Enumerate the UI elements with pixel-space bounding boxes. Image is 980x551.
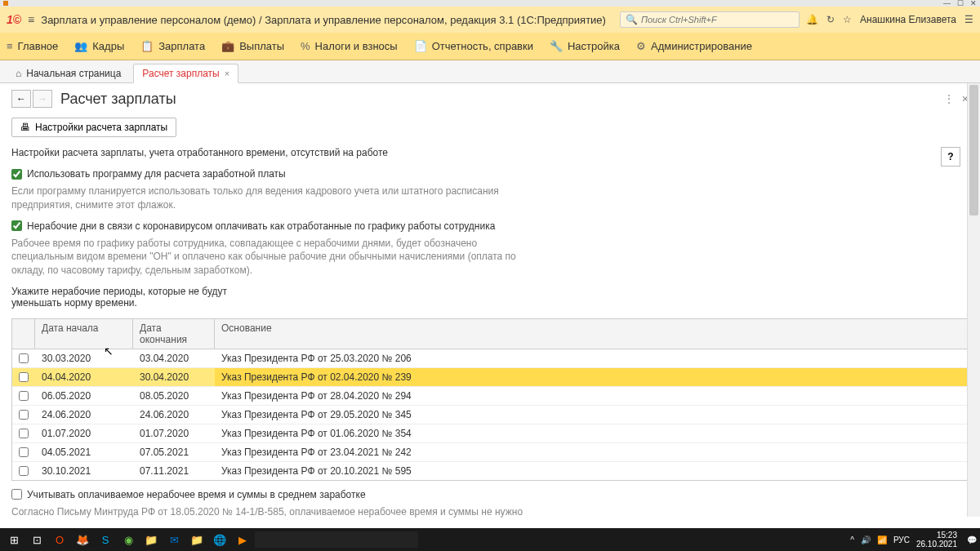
table-row[interactable]: 24.06.2020 24.06.2020 Указ Президента РФ…: [12, 406, 968, 424]
logo-1c: 1©: [7, 13, 21, 26]
help-button[interactable]: ?: [941, 147, 960, 167]
cell-start: 24.06.2020: [35, 406, 133, 424]
nav-admin[interactable]: ⚙Администрирование: [636, 40, 752, 52]
table-header-end[interactable]: Дата окончания: [133, 319, 215, 349]
cell-end: 07.11.2021: [133, 462, 215, 480]
table-row[interactable]: 30.03.2020 03.04.2020 Указ Президента РФ…: [12, 349, 968, 368]
minimize-icon[interactable]: —: [943, 0, 951, 7]
folder-icon-2[interactable]: 📁: [186, 530, 207, 549]
table-row[interactable]: 06.05.2020 08.05.2020 Указ Президента РФ…: [12, 387, 968, 406]
firefox-icon[interactable]: 🦊: [72, 530, 93, 549]
scrollbar[interactable]: [967, 83, 980, 517]
table-header-check: [12, 319, 35, 349]
table-header-basis[interactable]: Основание: [215, 319, 968, 349]
percent-icon: %: [301, 40, 310, 52]
search-icon: 🔍: [626, 14, 638, 25]
account-paid-checkbox[interactable]: [11, 489, 22, 500]
use-program-checkbox[interactable]: [11, 169, 22, 180]
close-window-icon[interactable]: ✕: [970, 0, 977, 7]
cell-basis: Указ Президента РФ от 23.04.2021 № 242: [215, 443, 968, 461]
forward-button: →: [33, 90, 52, 108]
row-checkbox[interactable]: [19, 372, 29, 382]
back-button[interactable]: ←: [11, 90, 31, 108]
nav-nalogi[interactable]: %Налоги и взносы: [301, 40, 398, 52]
table-row[interactable]: 04.04.2020 30.04.2020 Указ Президента РФ…: [12, 368, 968, 387]
table-row[interactable]: 01.07.2020 01.07.2020 Указ Президента РФ…: [12, 424, 968, 443]
wallet-icon: 💼: [221, 40, 234, 52]
tray-notifications-icon[interactable]: 💬: [967, 535, 977, 544]
bell-icon[interactable]: 🔔: [806, 14, 818, 25]
content-area: ← → Расчет зарплаты ⋮ × 🖶 Настройки расч…: [0, 83, 980, 528]
explorer-icon[interactable]: 📁: [140, 530, 162, 549]
cell-start: 01.07.2020: [35, 424, 133, 442]
row-checkbox[interactable]: [19, 447, 29, 457]
scrollbar-thumb[interactable]: [969, 85, 978, 216]
star-icon[interactable]: ☆: [843, 14, 852, 25]
covid-days-label: Нерабочие дни в связи с коронавирусом оп…: [27, 220, 495, 232]
settings-button[interactable]: 🖶 Настройки расчета зарплаты: [11, 118, 176, 137]
nav-zarplata[interactable]: 📋Зарплата: [140, 40, 205, 52]
app-icon-1[interactable]: ◉: [118, 530, 139, 549]
user-menu-icon[interactable]: ☰: [964, 14, 973, 25]
page-title: Расчет зарплаты: [60, 91, 176, 108]
opera-icon[interactable]: O: [49, 530, 70, 549]
covid-days-checkbox[interactable]: [11, 220, 22, 231]
table-row[interactable]: 04.05.2021 07.05.2021 Указ Президента РФ…: [12, 443, 968, 462]
use-program-desc: Если программу планируется использовать …: [11, 184, 518, 212]
app-indicator-icon: [3, 1, 8, 6]
chrome-icon[interactable]: 🌐: [209, 530, 230, 549]
table-row[interactable]: 30.10.2021 07.11.2021 Указ Президента РФ…: [12, 462, 968, 480]
nav-vyplaty[interactable]: 💼Выплаты: [221, 40, 284, 52]
tray-clock[interactable]: 15:23 26.10.2021: [916, 531, 960, 549]
cell-start: 30.03.2020: [35, 349, 133, 367]
skype-icon[interactable]: S: [95, 530, 116, 549]
history-icon[interactable]: ↻: [826, 14, 835, 25]
cell-basis: Указ Президента РФ от 02.04.2020 № 239: [215, 368, 968, 386]
row-checkbox[interactable]: [19, 466, 29, 476]
cell-end: 24.06.2020: [133, 406, 215, 424]
windows-start-icon[interactable]: ⊞: [3, 530, 24, 549]
page-body: ? Настройки расчета зарплаты, учета отра…: [0, 147, 980, 518]
periods-table: Дата начала Дата окончания Основание 30.…: [11, 318, 969, 481]
more-menu-icon[interactable]: ⋮: [944, 93, 954, 104]
row-checkbox[interactable]: [19, 391, 29, 401]
taskbar-task[interactable]: [255, 531, 418, 548]
tray-lang[interactable]: РУС: [893, 535, 910, 544]
cell-basis: Указ Президента РФ от 28.04.2020 № 294: [215, 387, 968, 405]
outlook-icon[interactable]: ✉: [163, 530, 185, 549]
tab-raschet-zarplaty[interactable]: Расчет зарплаты×: [133, 64, 238, 83]
cell-basis: Указ Президента РФ от 01.06.2020 № 354: [215, 424, 968, 442]
search-box[interactable]: 🔍: [620, 11, 800, 28]
app-title: Зарплата и управление персоналом (демо) …: [41, 14, 606, 26]
app-header: 1© ≡ Зарплата и управление персоналом (д…: [0, 7, 980, 33]
clipboard-icon: 📋: [140, 40, 154, 52]
cell-end: 08.05.2020: [133, 387, 215, 405]
nav-otchet[interactable]: 📄Отчетность, справки: [414, 40, 533, 52]
tray-network-icon[interactable]: 📶: [877, 535, 887, 544]
row-checkbox[interactable]: [19, 353, 29, 363]
tray-chevron-icon[interactable]: ^: [850, 535, 854, 544]
nav-kadry[interactable]: 👥Кадры: [74, 40, 124, 52]
menu-hamburger-icon[interactable]: ≡: [28, 13, 34, 26]
table-header-start[interactable]: Дата начала: [35, 319, 133, 349]
cell-basis: Указ Президента РФ от 25.03.2020 № 206: [215, 349, 968, 367]
nav-main[interactable]: ≡Главное: [7, 40, 58, 52]
os-titlebar: — ☐ ✕: [0, 0, 980, 7]
user-name[interactable]: Анашкина Елизавета: [860, 14, 956, 25]
covid-days-desc: Рабочее время по графику работы сотрудни…: [11, 237, 518, 278]
app-icon-2[interactable]: ▶: [232, 530, 253, 549]
cell-start: 04.05.2021: [35, 443, 133, 461]
tab-home[interactable]: ⌂Начальная страница: [7, 64, 130, 82]
tray-sound-icon[interactable]: 🔊: [861, 535, 871, 544]
tab-close-icon[interactable]: ×: [225, 69, 229, 78]
row-checkbox[interactable]: [19, 429, 29, 438]
nav-nastroika[interactable]: 🔧Настройка: [550, 40, 620, 52]
maximize-icon[interactable]: ☐: [957, 0, 964, 7]
taskbar: ⊞ ⊡ O 🦊 S ◉ 📁 ✉ 📁 🌐 ▶ ^ 🔊 📶 РУС 15:23 26…: [0, 528, 980, 551]
cell-start: 30.10.2021: [35, 462, 133, 480]
tab-bar: ⌂Начальная страница Расчет зарплаты×: [0, 60, 980, 83]
cell-end: 01.07.2020: [133, 424, 215, 442]
taskbar-search-icon[interactable]: ⊡: [26, 530, 47, 549]
search-input[interactable]: [641, 15, 794, 24]
row-checkbox[interactable]: [19, 410, 29, 420]
